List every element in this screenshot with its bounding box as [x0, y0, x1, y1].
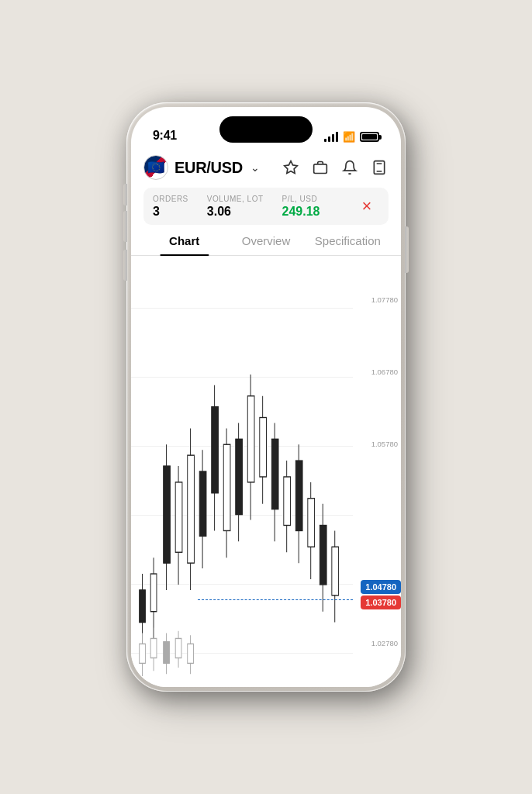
svg-rect-39	[295, 461, 302, 530]
chevron-down-icon: ⌄	[250, 161, 260, 174]
orders-cols: ORDERS 3 VOLUME, LOT 3.06 P/L, USD 249.1…	[153, 195, 354, 219]
status-time: 9:41	[153, 129, 177, 143]
svg-rect-29	[236, 439, 243, 514]
phone-frame: 9:41 📶 🇪🇺 EUR/USD ⌄	[126, 102, 406, 692]
candlestick-chart	[131, 256, 353, 687]
phone-screen: 9:41 📶 🇪🇺 EUR/USD ⌄	[131, 107, 401, 687]
pl-value: 249.18	[282, 205, 320, 219]
pl-label: P/L, USD	[282, 195, 320, 203]
price-label-6: 1.02780	[356, 639, 398, 647]
orders-col: ORDERS 3	[153, 195, 188, 219]
svg-rect-27	[223, 444, 230, 530]
app-content: 🇪🇺 EUR/USD ⌄	[131, 149, 401, 687]
tab-overview[interactable]: Overview	[225, 234, 306, 255]
pl-col: P/L, USD 249.18	[282, 195, 320, 219]
bell-icon[interactable]	[340, 158, 359, 177]
svg-rect-49	[150, 638, 157, 658]
svg-rect-35	[271, 439, 278, 509]
svg-rect-55	[188, 644, 194, 663]
status-icons: 📶	[324, 131, 379, 143]
svg-rect-15	[150, 574, 157, 612]
svg-rect-23	[199, 471, 206, 536]
pair-info[interactable]: 🇪🇺 EUR/USD ⌄	[143, 155, 260, 180]
svg-rect-17	[164, 466, 171, 563]
star-icon[interactable]	[282, 158, 300, 177]
price-label-1: 1.07780	[356, 295, 398, 304]
svg-rect-43	[320, 526, 326, 585]
volume-down-button[interactable]	[123, 250, 127, 281]
close-icon: ×	[362, 198, 372, 215]
orders-label: ORDERS	[153, 195, 188, 203]
dynamic-island	[219, 116, 313, 143]
silent-button[interactable]	[123, 184, 127, 205]
svg-rect-53	[175, 638, 181, 658]
bid-badge: 1.04780	[361, 580, 401, 594]
wifi-icon: 📶	[343, 131, 355, 143]
svg-rect-33	[260, 418, 267, 477]
volume-up-button[interactable]	[123, 211, 127, 242]
signal-icon	[324, 132, 338, 142]
price-label-3: 1.05780	[356, 440, 398, 448]
svg-rect-45	[332, 547, 339, 596]
pair-name: EUR/USD	[174, 159, 243, 177]
price-axis: 1.07780 1.06780 1.05780 1.02780	[353, 256, 401, 687]
battery-icon	[360, 132, 379, 142]
volume-label: VOLUME, LOT	[207, 195, 264, 203]
svg-rect-19	[175, 482, 182, 552]
svg-rect-47	[140, 644, 146, 663]
svg-rect-21	[188, 455, 195, 563]
svg-rect-31	[247, 396, 254, 482]
briefcase-icon[interactable]	[311, 158, 330, 177]
tab-chart[interactable]: Chart	[143, 234, 225, 255]
volume-value: 3.06	[207, 205, 264, 219]
svg-rect-25	[212, 407, 219, 493]
orders-row: ORDERS 3 VOLUME, LOT 3.06 P/L, USD 249.1…	[143, 188, 389, 225]
tabs: Chart Overview Specification	[131, 225, 401, 256]
eur-flag-icon: 🇪🇺	[143, 155, 168, 180]
tab-specification[interactable]: Specification	[307, 234, 389, 255]
svg-marker-0	[285, 161, 298, 174]
svg-rect-41	[308, 499, 315, 547]
ask-badge: 1.03780	[361, 596, 401, 609]
close-button[interactable]: ×	[354, 194, 379, 219]
orders-value: 3	[153, 205, 188, 219]
svg-rect-13	[140, 590, 146, 623]
app-header: 🇪🇺 EUR/USD ⌄	[131, 149, 401, 185]
header-icons	[282, 158, 389, 177]
svg-rect-51	[164, 642, 170, 664]
volume-col: VOLUME, LOT 3.06	[207, 195, 264, 219]
svg-rect-37	[284, 477, 291, 526]
svg-rect-1	[314, 164, 327, 174]
calculator-icon[interactable]	[370, 158, 389, 177]
price-label-2: 1.06780	[356, 368, 398, 376]
chart-area: 1.07780 1.06780 1.05780 1.02780 1.04780 …	[131, 256, 401, 687]
bid-line	[198, 599, 353, 600]
